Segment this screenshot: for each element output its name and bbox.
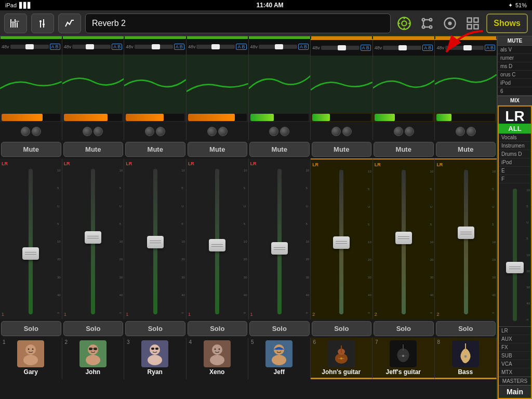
mix-instruments-item[interactable]: Instrumen bbox=[499, 142, 531, 150]
channel-cell-8[interactable]: 8 Bass bbox=[435, 338, 497, 379]
sidebar-mute-drums[interactable]: ms D bbox=[498, 62, 532, 71]
fader-view-button[interactable] bbox=[4, 14, 27, 33]
ch2-ab[interactable]: A B bbox=[112, 44, 122, 50]
ch3-ab[interactable]: A B bbox=[174, 44, 184, 50]
masters-label[interactable]: MASTERS bbox=[499, 377, 531, 385]
solo-btn-6[interactable]: Solo bbox=[312, 321, 372, 336]
mute-btn-5[interactable]: Mute bbox=[249, 142, 310, 157]
channel-strip-6[interactable]: 48v A B bbox=[311, 39, 373, 140]
mix-aux-group[interactable]: AUX bbox=[499, 335, 531, 343]
fader-strip-6[interactable]: LR 105U510203040∞ 2 bbox=[311, 158, 373, 320]
ch5-ab[interactable]: A B bbox=[298, 44, 309, 50]
channel-strip-2[interactable]: 48v A B bbox=[62, 39, 125, 140]
dynamics-view-button[interactable] bbox=[58, 14, 81, 33]
solo-btn-3[interactable]: Solo bbox=[125, 321, 185, 336]
ch6-gain[interactable] bbox=[321, 46, 360, 50]
channel-strip-1[interactable]: 48v A B bbox=[0, 39, 62, 140]
fader-strip-2[interactable]: LR 105U510203040∞ 1 bbox=[62, 158, 125, 320]
mix-f-item[interactable]: F bbox=[499, 175, 531, 183]
shows-button[interactable]: Shows bbox=[486, 14, 528, 33]
channel-strip-8[interactable]: 48v A B bbox=[435, 39, 497, 140]
ch5-knob1[interactable] bbox=[269, 127, 278, 136]
fader-strip-3[interactable]: LR 105U510203040∞ 1 bbox=[124, 158, 187, 320]
sidebar-mute-instruments[interactable]: rumer bbox=[498, 54, 532, 62]
fader-strip-5[interactable]: LR 105U510203040∞ 1 bbox=[249, 158, 311, 320]
fader4-thumb[interactable] bbox=[209, 239, 225, 251]
ch3-gain[interactable] bbox=[135, 45, 173, 49]
ch7-knob2[interactable] bbox=[405, 127, 414, 136]
settings-button[interactable] bbox=[395, 14, 414, 33]
channel-cell-1[interactable]: 1 Gary bbox=[0, 338, 62, 379]
fader1-thumb[interactable] bbox=[22, 247, 39, 260]
ch2-gain[interactable] bbox=[72, 45, 111, 49]
fader7-thumb[interactable] bbox=[395, 232, 412, 244]
ch8-gain[interactable] bbox=[445, 46, 484, 50]
fader6-thumb[interactable] bbox=[333, 236, 350, 249]
channel-cell-7[interactable]: 7 Jeff's guitar bbox=[373, 338, 435, 379]
ch5-knob2[interactable] bbox=[280, 127, 289, 136]
record-button[interactable] bbox=[441, 14, 459, 33]
ch7-gain[interactable] bbox=[383, 46, 421, 50]
mix-vca-group[interactable]: VCA bbox=[499, 360, 531, 368]
mix-lr-group[interactable]: LR bbox=[499, 327, 531, 335]
ch4-knob1[interactable] bbox=[207, 127, 217, 136]
lr-master-section[interactable]: LR ALL Vocals Instrumen Drums D iPod E F… bbox=[498, 105, 532, 399]
mix-vocals-item[interactable]: Vocals bbox=[499, 134, 531, 142]
lr-fader-thumb[interactable] bbox=[506, 262, 524, 273]
mix-ipod-item[interactable]: iPod bbox=[499, 158, 531, 167]
sidebar-mute-6[interactable]: 6 bbox=[498, 87, 532, 96]
ch6-knob2[interactable] bbox=[342, 127, 352, 136]
mix-all-item[interactable]: ALL bbox=[499, 124, 531, 134]
mix-e-item[interactable]: E bbox=[499, 167, 531, 175]
ch6-knob1[interactable] bbox=[331, 127, 341, 136]
mix-mtx-group[interactable]: MTX bbox=[499, 368, 531, 377]
channel-cell-3[interactable]: 3 Ryan bbox=[124, 338, 187, 379]
mute-btn-3[interactable]: Mute bbox=[125, 142, 185, 157]
mute-btn-8[interactable]: Mute bbox=[436, 142, 496, 157]
mute-btn-6[interactable]: Mute bbox=[312, 142, 372, 157]
ch6-ab[interactable]: A B bbox=[361, 45, 371, 51]
fader-strip-8[interactable]: LR 105U510203040∞ 2 bbox=[435, 158, 497, 320]
ch1-knob1[interactable] bbox=[21, 127, 30, 136]
channel-strip-4[interactable]: 48v A B bbox=[187, 39, 249, 140]
ch8-knob2[interactable] bbox=[467, 127, 476, 136]
ch2-knob1[interactable] bbox=[83, 127, 92, 136]
ch5-gain[interactable] bbox=[259, 45, 297, 49]
channel-strip-7[interactable]: 48v A B bbox=[373, 39, 435, 140]
ch3-knob1[interactable] bbox=[145, 127, 154, 136]
channel-strip-3[interactable]: 48v A B bbox=[124, 39, 187, 140]
ch8-knob1[interactable] bbox=[456, 127, 465, 136]
solo-btn-5[interactable]: Solo bbox=[249, 321, 310, 336]
solo-btn-1[interactable]: Solo bbox=[1, 321, 61, 336]
solo-btn-4[interactable]: Solo bbox=[188, 321, 248, 336]
fader-strip-7[interactable]: LR 105U510203040∞ 2 bbox=[373, 158, 435, 320]
sidebar-mute-chorus[interactable]: orus C bbox=[498, 71, 532, 79]
ch3-knob2[interactable] bbox=[156, 127, 165, 136]
ch4-ab[interactable]: A B bbox=[236, 44, 246, 50]
fader3-thumb[interactable] bbox=[147, 236, 164, 248]
mix-sub-group[interactable]: SUB bbox=[499, 352, 531, 360]
mute-btn-1[interactable]: Mute bbox=[1, 142, 61, 157]
sidebar-mute-vocals[interactable]: als V bbox=[498, 46, 532, 54]
channel-cell-2[interactable]: 2 John bbox=[62, 338, 125, 379]
ch2-knob2[interactable] bbox=[94, 127, 103, 136]
fader2-thumb[interactable] bbox=[85, 231, 101, 244]
ch1-gain[interactable] bbox=[10, 45, 49, 49]
channel-cell-4[interactable]: 4 Xeno bbox=[187, 338, 249, 379]
mute-btn-4[interactable]: Mute bbox=[188, 142, 248, 157]
ch4-knob2[interactable] bbox=[218, 127, 228, 136]
eq-view-button[interactable] bbox=[31, 14, 54, 33]
fader5-thumb[interactable] bbox=[271, 242, 288, 255]
mix-fx-group[interactable]: FX bbox=[499, 343, 531, 352]
solo-btn-2[interactable]: Solo bbox=[63, 321, 124, 336]
mute-btn-7[interactable]: Mute bbox=[374, 142, 434, 157]
ch7-knob1[interactable] bbox=[394, 127, 403, 136]
ch1-knob2[interactable] bbox=[32, 127, 41, 136]
routing-button[interactable] bbox=[418, 14, 436, 33]
sidebar-mute-ipod[interactable]: iPod bbox=[498, 79, 532, 87]
ch7-ab[interactable]: A B bbox=[422, 45, 433, 51]
ch1-ab[interactable]: A B bbox=[50, 44, 60, 50]
channel-strip-5[interactable]: 48v A B bbox=[249, 39, 311, 140]
fader8-thumb[interactable] bbox=[458, 227, 474, 239]
mute-btn-2[interactable]: Mute bbox=[63, 142, 124, 157]
